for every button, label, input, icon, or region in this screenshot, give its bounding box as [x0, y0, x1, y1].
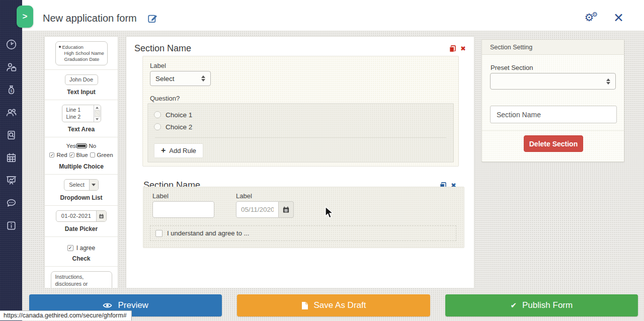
delete-section-button[interactable]: Delete Section	[524, 135, 583, 152]
top-header: New application form ⚙⚙ ✕	[22, 0, 644, 31]
section-1-header: Section Name ✖	[134, 43, 466, 54]
date-calendar-button[interactable]	[279, 201, 294, 218]
palette-item-comment-box[interactable]: Instructions, disclosures or comments Co…	[45, 267, 118, 288]
sidebar-toggle-button[interactable]: >	[17, 6, 33, 28]
section-1-card: Label Select Question? Choice 1 Choice 2…	[142, 56, 459, 167]
question-panel: Choice 1 Choice 2 + Add Rule	[147, 103, 454, 163]
checkbox-checked-icon: ✓	[69, 152, 74, 157]
status-bar-url: https://canada.gethired.com/secure/ghfor…	[0, 310, 132, 320]
palette-item-check[interactable]: ✓ I agree Check	[45, 237, 118, 267]
radio-choice-2[interactable]	[154, 123, 161, 130]
palette-item-dropdown-list[interactable]: Select Dropdown List	[45, 175, 118, 206]
text-field-input[interactable]	[152, 201, 214, 218]
eye-icon	[103, 302, 112, 309]
choice-row: Choice 2	[154, 121, 447, 133]
duplicate-section-icon[interactable]	[449, 45, 456, 52]
preset-section-label: Preset Section	[491, 64, 533, 71]
scrollbar	[94, 105, 101, 122]
section-title: Section Name	[134, 43, 191, 54]
checkbox-unchecked-icon	[90, 152, 95, 157]
edit-title-icon[interactable]	[148, 14, 157, 25]
choice-row: Choice 1	[154, 109, 447, 121]
svg-text:$: $	[10, 89, 13, 93]
section-name-input[interactable]	[490, 106, 617, 123]
palette-item-preset-section[interactable]: Education High School Name Graduation Da…	[45, 37, 118, 70]
dropdown-sample: Select	[64, 179, 99, 191]
scroll-down-icon	[96, 118, 99, 120]
date-field-input[interactable]	[236, 201, 279, 218]
divider	[482, 130, 624, 131]
field-label: Label	[150, 62, 166, 69]
presentation-chart-icon[interactable]	[0, 169, 22, 192]
form-settings-gears-icon[interactable]: ⚙⚙	[585, 12, 598, 23]
plus-icon: +	[161, 147, 166, 154]
agreement-row: I understand and agree to ...	[150, 225, 456, 241]
select-arrows-icon	[201, 75, 205, 82]
users-icon[interactable]	[0, 101, 22, 124]
close-icon[interactable]: ✕	[613, 11, 624, 25]
calendar-icon[interactable]	[0, 146, 22, 169]
check-icon: ✔	[510, 301, 517, 310]
settings-header: Section Setting	[482, 40, 624, 55]
app-sidebar: $	[0, 0, 22, 321]
employee-icon[interactable]	[0, 56, 22, 78]
delete-section-icon[interactable]: ✖	[460, 45, 466, 52]
calendar-icon	[282, 206, 290, 213]
scroll-up-icon	[96, 107, 99, 109]
palette-item-date-picker[interactable]: 01-02-2021 Date Picker	[45, 206, 118, 237]
info-icon[interactable]	[0, 214, 22, 237]
calendar-icon	[99, 213, 104, 219]
chat-icon[interactable]	[0, 192, 22, 214]
palette-item-text-input[interactable]: John Doe Text Input	[45, 70, 118, 100]
select-arrows-icon	[606, 78, 610, 85]
preset-section-select[interactable]	[490, 73, 616, 90]
caret-down-icon	[92, 184, 96, 186]
text-area-sample: Line 1 Line 2	[62, 105, 101, 122]
text-input-sample: John Doe	[65, 74, 98, 85]
checkbox-checked-icon: ✓	[67, 245, 73, 251]
question-label: Question?	[150, 95, 180, 102]
file-icon	[301, 301, 308, 310]
chevron-right-icon: >	[23, 12, 28, 22]
resume-search-icon[interactable]	[0, 124, 22, 146]
radio-choice-1[interactable]	[154, 111, 161, 118]
divider	[155, 137, 446, 138]
palette-item-text-area[interactable]: Line 1 Line 2 Text Area	[45, 100, 118, 137]
form-canvas: Section Name ✖ Label Select Question? Ch…	[126, 36, 474, 288]
form-builder-screen: New application form ⚙⚙ ✕ $	[0, 0, 644, 321]
publish-form-button[interactable]: ✔ Publish Form	[445, 294, 638, 316]
comment-box-sample: Instructions, disclosures or comments	[51, 271, 112, 288]
date-picker-sample: 01-02-2021	[56, 210, 107, 222]
section-settings-panel: Section Setting Preset Section Delete Se…	[481, 39, 624, 162]
field-label: Label	[236, 192, 252, 200]
clock-icon[interactable]	[0, 33, 22, 56]
checkbox-checked-icon: ✓	[49, 152, 54, 157]
money-bag-icon[interactable]: $	[0, 78, 22, 101]
add-rule-button[interactable]: + Add Rule	[154, 143, 203, 158]
field-label: Label	[152, 192, 169, 200]
save-as-draft-button[interactable]: Save As Draft	[237, 294, 430, 316]
widget-palette: Education High School Name Graduation Da…	[44, 36, 118, 288]
section-2-card: Label Label I understand and agree to ..…	[143, 187, 464, 248]
radio-checked-icon	[76, 143, 87, 148]
scroll-thumb	[95, 110, 100, 117]
date-field-group	[236, 201, 294, 218]
label-select[interactable]: Select	[150, 71, 211, 86]
page-title: New application form	[43, 13, 137, 24]
palette-item-multiple-choice[interactable]: Yes No ✓ Red ✓ Blue Green Multiple Choic…	[45, 137, 118, 175]
agreement-checkbox[interactable]	[155, 230, 163, 237]
bullet-icon	[59, 46, 61, 48]
